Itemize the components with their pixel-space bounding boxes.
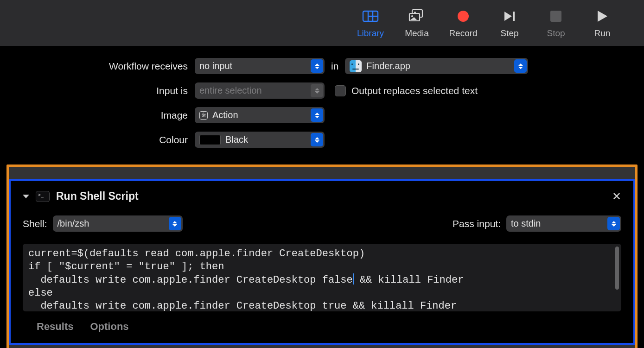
dropdown-arrows-icon — [311, 133, 323, 146]
workflow-receives-label: Workflow receives — [0, 61, 195, 72]
dropdown-arrows-icon — [311, 59, 323, 73]
action-title: Run Shell Script — [56, 190, 139, 202]
svg-point-7 — [411, 15, 413, 17]
output-replaces-label: Output replaces selected text — [351, 85, 478, 96]
action-card-highlight: Run Shell Script ✕ Shell: /bin/zsh Pass … — [6, 165, 638, 348]
application-popup[interactable]: Finder.app — [345, 58, 528, 74]
svg-rect-9 — [513, 12, 515, 21]
run-label: Run — [594, 28, 611, 38]
input-is-value: entire selection — [199, 85, 262, 96]
stop-label: Stop — [547, 28, 565, 38]
workflow-settings: Workflow receives no input in Finder.app… — [0, 46, 644, 165]
input-is-popup: entire selection — [195, 82, 325, 99]
dropdown-arrows-icon — [311, 84, 323, 97]
media-icon — [408, 8, 426, 25]
svg-point-8 — [458, 11, 469, 22]
close-action-button[interactable]: ✕ — [612, 190, 621, 203]
image-value: Action — [212, 110, 238, 120]
record-icon — [456, 8, 470, 25]
run-button[interactable]: Run — [579, 8, 625, 38]
input-is-label: Input is — [0, 85, 195, 96]
media-button[interactable]: Media — [394, 8, 440, 38]
colour-swatch — [199, 135, 221, 145]
record-button[interactable]: Record — [440, 8, 486, 38]
pass-input-value: to stdin — [511, 218, 541, 229]
disclosure-chevron-icon[interactable] — [23, 195, 29, 198]
output-replaces-checkbox[interactable] — [335, 85, 346, 96]
dropdown-arrows-icon — [607, 217, 620, 230]
script-textarea[interactable]: current=$(defaults read com.apple.finder… — [23, 244, 621, 311]
dropdown-arrows-icon — [311, 108, 323, 122]
toolbar: Library Media Record Step — [0, 0, 644, 46]
workflow-receives-value: no input — [199, 61, 232, 71]
library-icon — [362, 8, 379, 25]
terminal-icon — [36, 191, 50, 202]
in-label: in — [331, 61, 338, 72]
svg-rect-10 — [550, 11, 561, 22]
shell-label: Shell: — [23, 218, 47, 229]
dropdown-arrows-icon — [169, 217, 181, 230]
colour-label: Colour — [0, 134, 195, 146]
shell-value: /bin/zsh — [57, 218, 89, 229]
run-icon — [596, 8, 608, 25]
media-label: Media — [405, 28, 429, 38]
stop-button[interactable]: Stop — [533, 8, 579, 38]
image-label: Image — [0, 110, 195, 121]
run-shell-script-action: Run Shell Script ✕ Shell: /bin/zsh Pass … — [9, 179, 635, 345]
stop-icon — [550, 8, 561, 25]
shell-popup[interactable]: /bin/zsh — [53, 215, 183, 232]
library-label: Library — [357, 28, 384, 38]
results-tab[interactable]: Results — [37, 321, 73, 333]
options-tab[interactable]: Options — [90, 321, 128, 333]
pass-input-label: Pass input: — [453, 218, 501, 229]
library-button[interactable]: Library — [347, 8, 394, 38]
dropdown-arrows-icon — [514, 59, 527, 73]
application-value: Finder.app — [366, 61, 410, 71]
workflow-receives-popup[interactable]: no input — [195, 58, 325, 74]
step-button[interactable]: Step — [486, 8, 533, 38]
pass-input-popup[interactable]: to stdin — [506, 215, 621, 232]
action-icon: ※ — [199, 111, 208, 120]
scrollbar[interactable] — [615, 247, 619, 290]
image-popup[interactable]: ※ Action — [195, 107, 325, 123]
colour-value: Black — [225, 134, 248, 145]
script-text-pre: current=$(defaults read com.apple.finder… — [28, 248, 365, 286]
record-label: Record — [449, 28, 477, 38]
step-icon — [503, 8, 516, 25]
finder-icon — [350, 60, 362, 72]
colour-popup[interactable]: Black — [195, 132, 325, 148]
step-label: Step — [500, 28, 518, 38]
